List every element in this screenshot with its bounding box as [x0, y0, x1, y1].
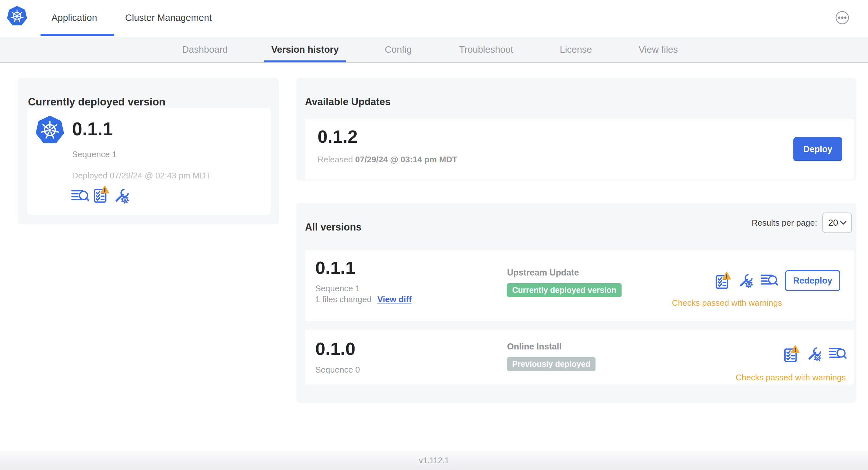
subnav-tab-config-label: Config	[385, 44, 412, 55]
preflight-checks-warning-icon[interactable]	[715, 272, 732, 290]
row-actions	[784, 345, 846, 363]
version-row-0-1-0: 0.1.0 Sequence 0 Online Install Previous…	[305, 330, 854, 384]
available-update-row: 0.1.2 Released 07/29/24 @ 03:14 pm MDT D…	[305, 119, 854, 179]
row-sequence: Sequence 0	[315, 365, 360, 375]
subnav-tab-version-history[interactable]: Version history	[271, 37, 339, 62]
active-subnav-underline	[264, 61, 346, 62]
update-version-number: 0.1.2	[317, 127, 358, 146]
overflow-menu-button[interactable]	[835, 11, 849, 25]
preflight-status-text: Checks passed with warnings	[672, 298, 782, 308]
subnav-tab-troubleshoot-label: Troubleshoot	[459, 44, 513, 55]
row-sequence: Sequence 1	[315, 283, 360, 294]
tab-cluster-management[interactable]: Cluster Management	[125, 0, 212, 36]
release-notes-icon[interactable]	[71, 189, 89, 203]
chevron-down-icon	[840, 221, 847, 225]
tab-application-label: Application	[52, 12, 97, 23]
config-wrench-icon[interactable]	[739, 273, 753, 288]
row-version-number: 0.1.0	[315, 339, 355, 359]
update-released-date: Released 07/29/24 @ 03:14 pm MDT	[317, 155, 457, 165]
version-row-0-1-1: 0.1.1 Sequence 1 1 files changed View di…	[305, 250, 854, 321]
config-wrench-icon[interactable]	[114, 188, 130, 203]
results-per-page: Results per page: 20	[751, 212, 852, 233]
preflight-status-text: Checks passed with warnings	[736, 373, 846, 382]
tab-cluster-management-label: Cluster Management	[125, 12, 212, 23]
subnav-tab-license-label: License	[560, 44, 592, 55]
status-badge: Previously deployed	[507, 357, 595, 371]
config-wrench-icon[interactable]	[807, 346, 822, 361]
available-updates-title: Available Updates	[305, 96, 391, 108]
row-files-changed: 1 files changed View diff	[315, 295, 411, 304]
kubernetes-logo-icon	[7, 5, 27, 26]
release-notes-icon[interactable]	[829, 347, 846, 361]
view-diff-link[interactable]: View diff	[377, 295, 411, 304]
row-version-number: 0.1.1	[315, 258, 355, 277]
all-versions-title: All versions	[305, 222, 362, 233]
files-changed-label: 1 files changed	[315, 295, 372, 304]
current-version-sequence: Sequence 1	[72, 149, 117, 160]
deploy-button[interactable]: Deploy	[793, 137, 842, 161]
preflight-checks-warning-icon[interactable]	[784, 345, 800, 363]
subnav-tab-dashboard-label: Dashboard	[182, 44, 228, 55]
subnav-tab-version-history-label: Version history	[271, 44, 339, 55]
subnav-tab-troubleshoot[interactable]: Troubleshoot	[459, 37, 513, 62]
console-version: v1.112.1	[419, 456, 449, 465]
row-source: Online Install	[507, 342, 562, 352]
released-prefix: Released	[317, 155, 353, 164]
subnav-tab-dashboard[interactable]: Dashboard	[182, 37, 228, 62]
active-tab-underline	[40, 34, 114, 36]
results-per-page-value: 20	[828, 217, 838, 228]
current-version-deployed-date: Deployed 07/29/24 @ 02:43 pm MDT	[72, 171, 211, 181]
admin-console-page: Application Cluster Management Dashboard…	[0, 0, 868, 470]
page-footer: v1.112.1	[0, 451, 868, 470]
release-notes-icon[interactable]	[761, 274, 778, 288]
currently-deployed-title: Currently deployed version	[28, 96, 165, 108]
row-actions: Redeploy	[715, 270, 840, 291]
app-sub-nav: Dashboard Version history Config Trouble…	[0, 37, 868, 63]
row-source: Upstream Update	[507, 268, 579, 278]
status-badge: Currently deployed version	[507, 283, 622, 297]
preflight-checks-warning-icon[interactable]	[94, 186, 110, 203]
results-per-page-select[interactable]: 20	[822, 212, 852, 233]
currently-deployed-panel: 0.1.1 Sequence 1 Deployed 07/29/24 @ 02:…	[27, 108, 271, 215]
app-kubernetes-icon	[36, 115, 64, 144]
results-per-page-label: Results per page:	[751, 218, 817, 228]
subnav-tab-view-files[interactable]: View files	[639, 37, 678, 62]
released-date: 07/29/24 @ 03:14 pm MDT	[355, 155, 457, 164]
subnav-tab-view-files-label: View files	[639, 44, 678, 55]
subnav-tab-config[interactable]: Config	[385, 37, 412, 62]
redeploy-button[interactable]: Redeploy	[785, 270, 840, 291]
top-nav: Application Cluster Management	[0, 0, 868, 36]
current-version-actions	[71, 186, 130, 203]
current-version-number: 0.1.1	[72, 119, 113, 139]
subnav-tab-license[interactable]: License	[560, 37, 592, 62]
currently-deployed-card: Currently deployed version	[18, 78, 279, 224]
available-updates-card: Available Updates 0.1.2 Released 07/29/2…	[296, 78, 857, 181]
all-versions-card: All versions Results per page: 20 0.1.1 …	[296, 203, 857, 403]
tab-application[interactable]: Application	[52, 0, 97, 36]
